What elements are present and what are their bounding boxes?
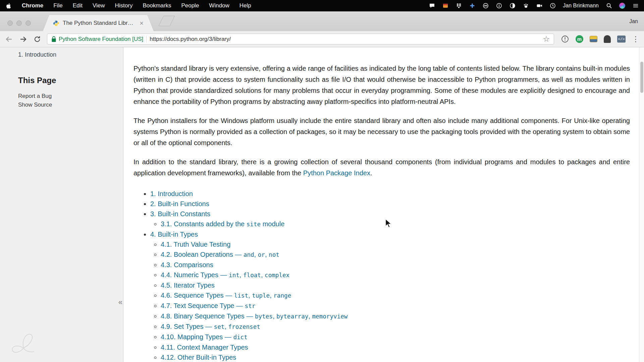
url-text[interactable]: https://docs.python.org/3/library/	[150, 36, 540, 43]
toc-link-text: ,	[224, 323, 228, 330]
code-literal: int	[229, 272, 239, 279]
toc-link-text: 1. Introduction	[150, 190, 193, 197]
ev-security-badge[interactable]: Python Software Foundation [US]	[51, 36, 143, 43]
extension-ghost-icon[interactable]	[604, 35, 611, 43]
code-literal: complex	[265, 272, 289, 279]
sidebar-link-show-source[interactable]: Show Source	[18, 101, 123, 109]
macos-menubar: Chrome FileEditViewHistoryBookmarksPeopl…	[0, 0, 644, 11]
toc-link-4-built-in-types[interactable]: 4. Built-in Types	[150, 231, 198, 238]
close-tab-icon[interactable]: ×	[140, 20, 144, 26]
minimize-window-button[interactable]	[16, 20, 22, 26]
video-camera-icon[interactable]	[536, 3, 542, 9]
extension-card-icon[interactable]	[590, 36, 597, 42]
forward-button[interactable]	[19, 35, 28, 44]
sidebar-link-report-a-bug[interactable]: Report a Bug	[18, 92, 123, 101]
address-bar[interactable]: Python Software Foundation [US] https://…	[47, 34, 554, 45]
menubar-item-file[interactable]: File	[53, 2, 62, 9]
toc-item: 1. Introduction	[150, 189, 630, 199]
omnibox-separator	[146, 36, 147, 43]
toc-link-text: ,	[273, 312, 276, 320]
toc-link-4-3-comparisons[interactable]: 4.3. Comparisons	[161, 261, 213, 268]
toc-item: 4.4. Numeric Types — int, float, complex	[161, 270, 630, 280]
menubar-menus: FileEditViewHistoryBookmarksPeopleWindow…	[53, 2, 251, 9]
plus-icon[interactable]	[469, 3, 475, 9]
toc-link-2-built-in-functions[interactable]: 2. Built-in Functions	[150, 200, 209, 207]
toc-link-4-11-context-manager-types[interactable]: 4.11. Context Manager Types	[161, 344, 248, 351]
menubar-item-people[interactable]: People	[181, 2, 199, 9]
menubar-item-view[interactable]: View	[93, 2, 105, 9]
sidebar: 1. Introduction This Page Report a BugSh…	[0, 47, 123, 362]
menubar-item-window[interactable]: Window	[209, 2, 229, 9]
code-literal: or	[258, 251, 265, 258]
new-tab-button[interactable]	[158, 16, 175, 26]
toc-link-text: 3.1. Constants added by the	[161, 220, 247, 228]
messages-icon[interactable]	[429, 3, 435, 9]
paw-icon[interactable]	[523, 3, 529, 9]
browser-tab[interactable]: The Python Standard Library – ×	[43, 15, 154, 31]
sidebar-links: Report a BugShow Source	[18, 92, 123, 109]
toc-link-text: 4.11. Context Manager Types	[161, 344, 248, 351]
toc-link-4-8-binary-sequence-types[interactable]: 4.8. Binary Sequence Types — bytes, byte…	[161, 312, 347, 320]
toc-link-text: 4.12. Other Built-in Types	[161, 354, 236, 361]
toc-link-4-9-set-types[interactable]: 4.9. Set Types — set, frozenset	[161, 323, 260, 330]
siri-icon[interactable]	[619, 3, 625, 9]
creative-cloud-icon[interactable]	[482, 3, 489, 9]
toc-link-4-5-iterator-types[interactable]: 4.5. Iterator Types	[161, 282, 215, 289]
toc-link-4-4-numeric-types[interactable]: 4.4. Numeric Types — int, float, complex	[161, 271, 289, 279]
toc-link-4-12-other-built-in-types[interactable]: 4.12. Other Built-in Types	[161, 354, 236, 361]
toc-link-4-1-truth-value-testing[interactable]: 4.1. Truth Value Testing	[161, 241, 230, 248]
toc-item: 3.1. Constants added by the site module	[161, 219, 630, 229]
capture-icon[interactable]	[442, 3, 448, 9]
sidebar-toc-link-introduction[interactable]: 1. Introduction	[18, 51, 123, 58]
python-favicon	[53, 20, 59, 26]
extension-code-icon[interactable]: </>	[617, 36, 626, 43]
back-button[interactable]	[5, 35, 13, 44]
toc-link-3-built-in-constants[interactable]: 3. Built-in Constants	[150, 210, 210, 218]
menubar-item-history[interactable]: History	[115, 2, 132, 9]
toc-item: 4.11. Context Manager Types	[161, 342, 630, 352]
info-icon[interactable]	[496, 3, 502, 9]
tab-strip: The Python Standard Library – × Jan	[0, 11, 644, 31]
spotlight-search-icon[interactable]	[606, 3, 612, 9]
reload-button[interactable]	[33, 35, 42, 44]
vertical-scrollbar[interactable]	[639, 47, 644, 362]
toc-link-4-7-text-sequence-type[interactable]: 4.7. Text Sequence Type — str	[161, 302, 255, 309]
menubar-username[interactable]: Jan Brinkmann	[563, 3, 599, 9]
intro-paragraph-2: The Python installers for the Windows pl…	[133, 115, 630, 148]
toc-link-4-6-sequence-types[interactable]: 4.6. Sequence Types — list, tuple, range	[161, 292, 291, 299]
dropbox-icon[interactable]	[455, 3, 462, 9]
toc-item: 4.8. Binary Sequence Types — bytes, byte…	[161, 311, 630, 321]
python-package-index-link[interactable]: Python Package Index	[303, 169, 370, 177]
toc-link-text: 4.5. Iterator Types	[161, 282, 215, 289]
extension-info-icon[interactable]	[561, 35, 569, 43]
tab-title: The Python Standard Library –	[63, 20, 136, 26]
menubar-item-edit[interactable]: Edit	[73, 2, 83, 9]
close-window-button[interactable]	[7, 20, 13, 26]
extension-m-icon[interactable]: m	[576, 35, 583, 43]
ev-badge-label: Python Software Foundation [US]	[59, 36, 143, 43]
menubar-item-help[interactable]: Help	[239, 2, 251, 9]
toc-link-4-10-mapping-types[interactable]: 4.10. Mapping Types — dict	[161, 333, 248, 341]
menubar-item-bookmarks[interactable]: Bookmarks	[143, 2, 171, 9]
toc-link-text: 4.3. Comparisons	[161, 261, 213, 268]
sidebar-collapse-button[interactable]: «	[118, 298, 122, 307]
notification-center-icon[interactable]	[632, 3, 639, 9]
contrast-circle-icon[interactable]	[509, 3, 516, 9]
main-content: Python's standard library is very extens…	[124, 47, 639, 362]
code-literal: str	[245, 303, 256, 309]
menubar-app-name[interactable]: Chrome	[22, 2, 43, 9]
paragraph-3-text: In addition to the standard library, the…	[133, 158, 630, 177]
chrome-profile-name[interactable]: Jan	[629, 11, 638, 31]
toc-link-4-2-boolean-operations[interactable]: 4.2. Boolean Operations — and, or, not	[161, 251, 279, 258]
time-machine-clock-icon[interactable]	[549, 3, 556, 9]
sidebar-heading-this-page: This Page	[18, 76, 123, 85]
scrollbar-thumb[interactable]	[640, 62, 643, 93]
code-literal: and	[244, 251, 254, 258]
chrome-menu-button[interactable]: ⋮	[632, 36, 639, 43]
toc-link-3-1-constants-added-by-the[interactable]: 3.1. Constants added by the site module	[161, 220, 284, 228]
toc-link-1-introduction[interactable]: 1. Introduction	[150, 190, 193, 197]
bookmark-star-icon[interactable]: ☆	[543, 35, 550, 43]
apple-menu-icon[interactable]	[5, 3, 12, 9]
intro-paragraph-3: In addition to the standard library, the…	[133, 157, 630, 179]
zoom-window-button[interactable]	[25, 20, 31, 26]
